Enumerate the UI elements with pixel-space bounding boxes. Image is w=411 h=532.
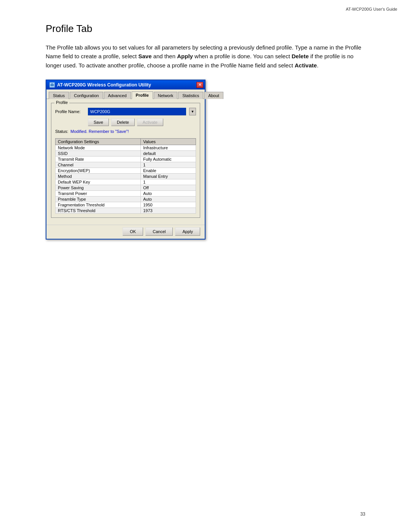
desc-bold2: Apply — [177, 53, 193, 59]
tab-bar: StatusConfigurationAdvancedProfileNetwor… — [46, 89, 205, 99]
ok-button[interactable]: OK — [123, 227, 143, 236]
status-value: Modified. Remember to "Save"! — [70, 129, 129, 134]
config-table: Configuration Settings Values Network Mo… — [55, 138, 196, 214]
table-row: RTS/CTS Threshold1973 — [56, 208, 196, 213]
desc-part3: when a profile is done. You can select — [193, 53, 292, 59]
profile-group: Profile Profile Name: ▼ Save Delete Acti… — [51, 103, 200, 218]
titlebar: AT-WCP200G Wireless Configuration Utilit… — [46, 80, 205, 89]
profile-name-label: Profile Name: — [55, 109, 85, 114]
tab-profile[interactable]: Profile — [132, 91, 153, 99]
desc-bold4: Activate — [295, 62, 317, 69]
app-icon — [49, 82, 55, 88]
group-label: Profile — [54, 100, 69, 105]
tab-statistics[interactable]: Statistics — [178, 92, 203, 99]
table-row: Encryption(WEP)Enable — [56, 168, 196, 173]
cancel-button[interactable]: Cancel — [145, 227, 173, 236]
page-header: AT-WCP200G User's Guide — [346, 7, 397, 11]
table-row: Network ModeInfrastructure — [56, 145, 196, 150]
window-footer: OK Cancel Apply — [46, 225, 205, 239]
apply-button[interactable]: Apply — [175, 227, 200, 236]
tab-status[interactable]: Status — [49, 92, 69, 99]
desc-bold3: Delete — [292, 53, 309, 59]
tab-advanced[interactable]: Advanced — [104, 92, 131, 99]
delete-button[interactable]: Delete — [111, 118, 135, 126]
title-left: AT-WCP200G Wireless Configuration Utilit… — [49, 82, 151, 88]
table-row: Power SavingOff — [56, 185, 196, 190]
table-row: Preamble TypeAuto — [56, 196, 196, 202]
page-number: 33 — [360, 511, 365, 517]
col-values: Values — [141, 138, 196, 145]
tab-network[interactable]: Network — [154, 92, 177, 99]
table-row: SSIDdefault — [56, 150, 196, 156]
col-settings: Configuration Settings — [56, 138, 141, 145]
page-title: Profile Tab — [46, 23, 365, 35]
dropdown-arrow[interactable]: ▼ — [189, 108, 196, 115]
save-button[interactable]: Save — [88, 118, 109, 126]
tab-about[interactable]: About — [204, 92, 223, 99]
header-text: AT-WCP200G User's Guide — [346, 7, 397, 11]
window-title: AT-WCP200G Wireless Configuration Utilit… — [57, 82, 151, 88]
profile-name-row: Profile Name: ▼ — [55, 108, 196, 115]
table-row: Transmit PowerAuto — [56, 190, 196, 196]
desc-part2: and then — [152, 53, 177, 59]
profile-name-input[interactable] — [88, 108, 186, 115]
status-label: Status: — [55, 129, 68, 134]
window-body: Profile Profile Name: ▼ Save Delete Acti… — [46, 99, 205, 225]
table-row: Fragmentation Threshold1950 — [56, 202, 196, 208]
desc-part5: . — [317, 62, 319, 69]
table-row: Default WEP Key1 — [56, 179, 196, 185]
close-button[interactable]: ✕ — [196, 82, 203, 88]
activate-button[interactable]: Activate — [137, 118, 163, 126]
svg-rect-1 — [51, 83, 53, 85]
profile-button-row: Save Delete Activate — [55, 118, 196, 126]
description: The Profile tab allows you to set values… — [46, 43, 365, 70]
table-row: MethodManual Entry — [56, 173, 196, 179]
table-row: Channel1 — [56, 162, 196, 168]
tab-configuration[interactable]: Configuration — [70, 92, 103, 99]
desc-bold1: Save — [138, 53, 151, 59]
status-row: Status: Modified. Remember to "Save"! — [55, 129, 196, 134]
table-row: Transmit RateFully Automatic — [56, 156, 196, 162]
app-window: AT-WCP200G Wireless Configuration Utilit… — [46, 80, 206, 240]
